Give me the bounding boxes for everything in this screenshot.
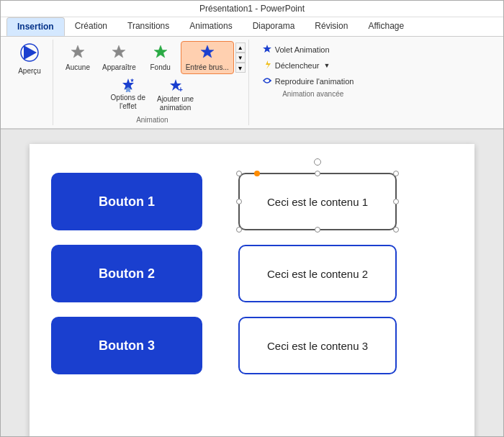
aucune-icon bbox=[70, 44, 86, 63]
anim-entree-button[interactable]: Entrée brus... bbox=[181, 41, 234, 74]
options-effet-label: Options del'effet bbox=[111, 94, 145, 111]
handle-bl[interactable] bbox=[236, 227, 242, 233]
volet-icon bbox=[262, 44, 272, 55]
entree-icon bbox=[199, 44, 215, 63]
declencheur-label: Déclencheur bbox=[275, 61, 320, 70]
rotation-handle[interactable] bbox=[314, 158, 321, 166]
animation-avancee-section: Volet Animation Déclencheur ▼ bbox=[252, 40, 374, 125]
declencheur-dropdown-icon: ▼ bbox=[324, 62, 330, 69]
slide-button-2[interactable]: Bouton 2 bbox=[51, 245, 202, 302]
animation-section-label: Animation bbox=[136, 116, 168, 124]
svg-marker-3 bbox=[112, 45, 125, 58]
svg-marker-9 bbox=[263, 45, 271, 53]
handle-ml[interactable] bbox=[236, 199, 242, 204]
anim-scroll-buttons: ▲ ▼ ▾ bbox=[235, 42, 246, 73]
volet-animation-button[interactable]: Volet Animation bbox=[258, 42, 369, 57]
svg-marker-2 bbox=[71, 45, 84, 58]
content-box-3[interactable]: Ceci est le contenu 3 bbox=[238, 317, 397, 374]
anim-aucune-button[interactable]: Aucune bbox=[59, 42, 96, 73]
anim-scroll-down[interactable]: ▼ bbox=[235, 53, 246, 63]
effect-options-row: Options del'effet + Ajouter uneanimation bbox=[107, 76, 199, 114]
orange-handle[interactable] bbox=[254, 171, 260, 176]
tab-affichage[interactable]: Affichage bbox=[358, 17, 414, 36]
handle-tm[interactable] bbox=[315, 171, 320, 176]
volet-animation-label: Volet Animation bbox=[275, 45, 330, 54]
slide: Bouton 1 Bouton 2 Bouton 3 bbox=[30, 144, 474, 437]
slide-area: Bouton 1 Bouton 2 Bouton 3 bbox=[1, 130, 503, 437]
avancee-section-label: Animation avancée bbox=[282, 90, 343, 98]
tab-transitions[interactable]: Transitions bbox=[117, 17, 179, 36]
ajouter-animation-label: Ajouter uneanimation bbox=[157, 95, 194, 112]
reproduire-button[interactable]: Reproduire l'animation bbox=[258, 74, 369, 89]
handle-mr[interactable] bbox=[393, 199, 399, 204]
svg-marker-4 bbox=[154, 45, 167, 58]
tab-bar: Insertion Création Transitions Animation… bbox=[1, 17, 503, 37]
ribbon: Aperçu Aucune Apparaî bbox=[1, 37, 503, 130]
declencheur-icon bbox=[262, 60, 272, 71]
anim-fondu-button[interactable]: Fondu bbox=[142, 42, 179, 73]
tab-animations[interactable]: Animations bbox=[179, 17, 242, 36]
apercu-label: Aperçu bbox=[18, 67, 41, 75]
handle-tr[interactable] bbox=[393, 171, 399, 176]
svg-text:+: + bbox=[179, 86, 183, 94]
fondu-icon bbox=[153, 44, 168, 63]
content-box-1[interactable]: Ceci est le contenu 1 bbox=[238, 173, 397, 230]
apercu-button[interactable]: Aperçu bbox=[12, 40, 47, 78]
anim-scroll-up[interactable]: ▲ bbox=[235, 42, 246, 53]
options-effet-button[interactable]: Options del'effet bbox=[107, 76, 150, 114]
ajouter-animation-icon: + bbox=[167, 78, 184, 95]
handle-tl[interactable] bbox=[236, 171, 242, 176]
declencheur-button[interactable]: Déclencheur ▼ bbox=[258, 58, 369, 73]
ribbon-apercu-section: Aperçu bbox=[6, 40, 53, 125]
slide-button-1[interactable]: Bouton 1 bbox=[51, 173, 202, 230]
tab-diaporama[interactable]: Diaporama bbox=[243, 17, 305, 36]
animation-items: Aucune Apparaître Fondu bbox=[59, 41, 246, 74]
handle-br[interactable] bbox=[393, 227, 399, 233]
tab-revision[interactable]: Révision bbox=[305, 17, 358, 36]
reproduire-icon bbox=[262, 76, 272, 87]
anim-scroll-more[interactable]: ▾ bbox=[235, 63, 246, 73]
tab-insertion[interactable]: Insertion bbox=[6, 17, 65, 36]
reproduire-label: Reproduire l'animation bbox=[275, 77, 354, 86]
avancee-buttons: Volet Animation Déclencheur ▼ bbox=[258, 42, 369, 89]
svg-marker-0 bbox=[24, 45, 37, 60]
tab-creation[interactable]: Création bbox=[65, 17, 117, 36]
apparaitre-icon bbox=[111, 44, 127, 63]
content-column: Ceci est le contenu 1 Ceci est le conten… bbox=[238, 173, 397, 374]
slide-button-3[interactable]: Bouton 3 bbox=[51, 317, 202, 374]
options-effet-icon bbox=[120, 78, 136, 94]
apercu-icon bbox=[19, 42, 40, 66]
content-box-2[interactable]: Ceci est le contenu 2 bbox=[238, 245, 397, 302]
buttons-column: Bouton 1 Bouton 2 Bouton 3 bbox=[51, 173, 202, 374]
title-text: Présentation1 - PowerPoint bbox=[199, 4, 305, 14]
svg-marker-7 bbox=[124, 85, 132, 92]
ajouter-animation-button[interactable]: + Ajouter uneanimation bbox=[153, 76, 198, 114]
title-bar: Présentation1 - PowerPoint bbox=[1, 1, 503, 17]
svg-marker-5 bbox=[201, 45, 214, 58]
animation-section: Aucune Apparaître Fondu bbox=[56, 40, 249, 125]
handle-bm[interactable] bbox=[315, 227, 320, 233]
anim-apparaitre-button[interactable]: Apparaître bbox=[98, 42, 140, 73]
